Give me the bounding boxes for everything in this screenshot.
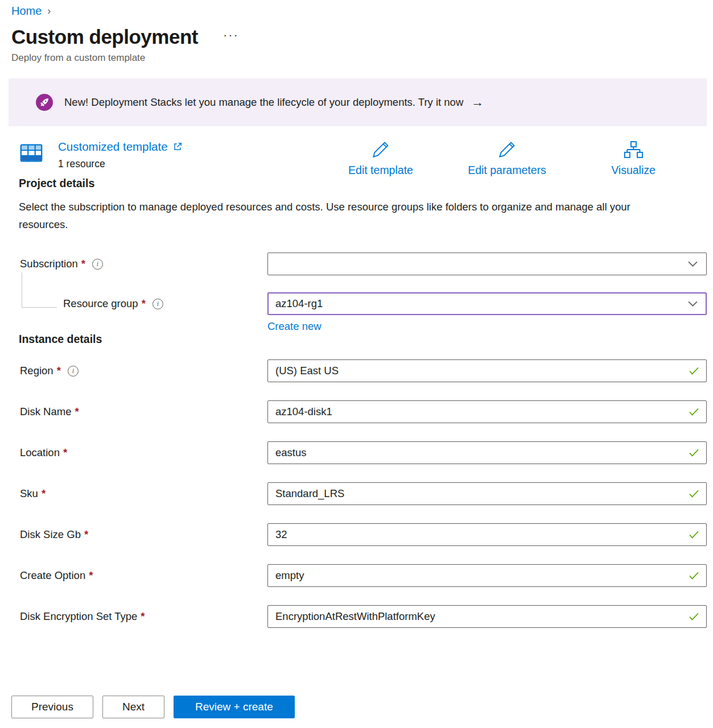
banner-link[interactable]: New! Deployment Stacks let you manage th… — [64, 95, 484, 110]
visualize-button[interactable]: Visualize — [588, 140, 679, 177]
custom-deployment-page: Home › Custom deployment ··· Deploy from… — [0, 0, 713, 628]
edit-parameters-label: Edit parameters — [468, 164, 546, 177]
create-option-label: Create Option — [20, 569, 85, 582]
chevron-down-icon[interactable] — [688, 301, 698, 307]
rocket-icon — [36, 94, 53, 111]
disk-encryption-set-type-label: Disk Encryption Set Type — [20, 610, 137, 623]
review-create-button[interactable]: Review + create — [174, 696, 295, 718]
region-label: Region — [20, 365, 53, 377]
sku-label: Sku — [20, 487, 38, 500]
subscription-label: Subscription — [20, 258, 78, 270]
edit-template-label: Edit template — [348, 164, 413, 177]
subscription-label-cell: Subscription * i — [20, 258, 267, 270]
resource-group-row: Resource group * i — [20, 292, 707, 315]
template-actions: Edit template Edit parameters Visualize — [335, 140, 707, 177]
disk-name-label: Disk Name — [20, 406, 71, 418]
breadcrumb-home-link[interactable]: Home — [11, 5, 42, 18]
required-asterisk: * — [75, 406, 79, 418]
required-asterisk: * — [84, 528, 88, 541]
disk-size-row: Disk Size Gb * — [20, 523, 707, 546]
edit-template-button[interactable]: Edit template — [335, 140, 426, 177]
footer-action-bar: Previous Next Review + create — [0, 686, 713, 728]
required-asterisk: * — [57, 365, 61, 377]
tree-connector-line — [22, 272, 57, 308]
resource-group-input[interactable] — [267, 292, 707, 315]
valid-check-icon — [689, 531, 699, 539]
resource-group-label: Resource group — [63, 297, 138, 310]
subscription-row: Subscription * i — [20, 253, 707, 275]
disk-size-input[interactable] — [267, 523, 707, 546]
previous-button[interactable]: Previous — [11, 696, 93, 718]
location-input[interactable] — [267, 441, 707, 464]
required-asterisk: * — [89, 569, 93, 582]
instance-details-heading: Instance details — [19, 333, 707, 346]
resource-group-dropdown[interactable] — [267, 292, 707, 315]
template-link-label: Customized template — [58, 140, 168, 154]
template-icon — [18, 140, 44, 168]
chevron-down-icon[interactable] — [688, 261, 698, 267]
resource-count: 1 resource — [58, 158, 183, 170]
sku-input[interactable] — [267, 482, 707, 505]
project-details-description: Select the subscription to manage deploy… — [19, 198, 673, 233]
create-new-link[interactable]: Create new — [267, 320, 322, 333]
title-row: Custom deployment ··· — [11, 26, 707, 48]
subscription-dropdown[interactable] — [267, 253, 707, 275]
required-asterisk: * — [81, 258, 85, 270]
required-asterisk: * — [63, 446, 67, 459]
region-row: Region * i — [20, 359, 707, 382]
more-options-button[interactable]: ··· — [223, 28, 239, 43]
required-asterisk: * — [42, 487, 46, 500]
create-option-input[interactable] — [267, 564, 707, 587]
info-icon[interactable]: i — [92, 259, 103, 270]
arrow-right-icon: → — [471, 95, 484, 110]
visualize-icon — [623, 140, 644, 159]
banner-text: New! Deployment Stacks let you manage th… — [64, 96, 463, 109]
project-details-heading: Project details — [19, 177, 707, 190]
disk-size-label: Disk Size Gb — [20, 528, 81, 541]
disk-encryption-set-type-input[interactable] — [267, 605, 707, 628]
breadcrumb-separator: › — [47, 5, 51, 17]
info-icon[interactable]: i — [68, 366, 79, 377]
page-subtitle: Deploy from a custom template — [11, 52, 707, 64]
breadcrumb: Home › — [11, 5, 707, 18]
create-option-row: Create Option * — [20, 564, 707, 587]
edit-parameters-button[interactable]: Edit parameters — [461, 140, 553, 177]
valid-check-icon — [689, 572, 699, 580]
location-row: Location * — [20, 441, 707, 464]
next-button[interactable]: Next — [102, 696, 164, 718]
subscription-input[interactable] — [267, 253, 707, 275]
required-asterisk: * — [141, 610, 145, 623]
page-title: Custom deployment — [11, 26, 198, 48]
visualize-label: Visualize — [611, 164, 656, 177]
disk-encryption-set-type-row: Disk Encryption Set Type * — [20, 605, 707, 628]
deployment-stacks-banner: New! Deployment Stacks let you manage th… — [9, 78, 707, 126]
pencil-icon — [371, 140, 390, 159]
disk-name-input[interactable] — [267, 400, 707, 423]
location-label: Location — [20, 446, 60, 459]
customized-template-link[interactable]: Customized template — [58, 140, 183, 154]
region-input[interactable] — [267, 359, 707, 382]
required-asterisk: * — [142, 297, 146, 310]
pencil-icon — [497, 140, 517, 159]
template-row: Customized template 1 resource Edit temp… — [11, 140, 707, 177]
valid-check-icon — [689, 613, 699, 621]
valid-check-icon — [689, 367, 699, 375]
sku-row: Sku * — [20, 482, 707, 505]
disk-name-row: Disk Name * — [20, 400, 707, 423]
info-icon[interactable]: i — [153, 299, 163, 309]
valid-check-icon — [689, 490, 699, 498]
external-link-icon — [172, 142, 183, 152]
valid-check-icon — [689, 449, 699, 457]
template-info: Customized template 1 resource — [58, 140, 183, 170]
resource-group-label-cell: Resource group * i — [20, 297, 267, 310]
valid-check-icon — [689, 408, 699, 416]
